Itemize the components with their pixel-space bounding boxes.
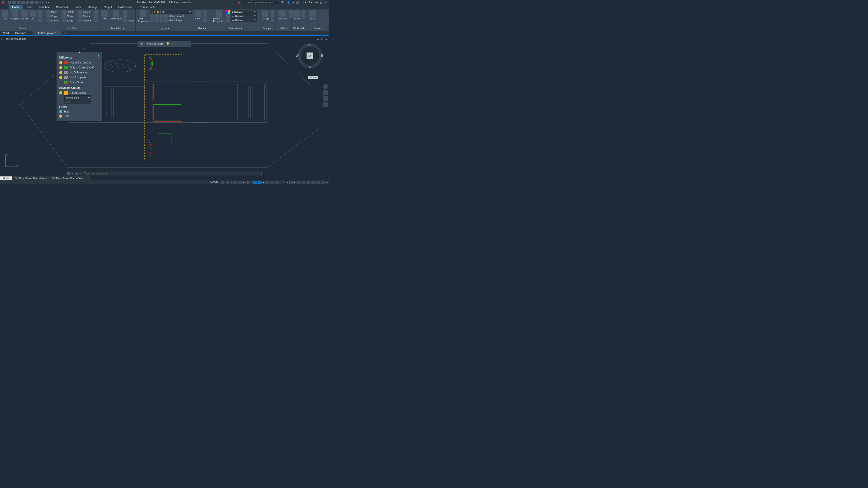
table-button[interactable]: Table — [123, 19, 134, 23]
status-cleanscreen-icon[interactable] — [321, 181, 325, 184]
panel-clipboard-label[interactable]: Clipboard ▾ — [292, 26, 306, 30]
qat-cloud-icon[interactable] — [26, 1, 29, 4]
autodesk-icon[interactable]: ▲ ▾ — [302, 1, 307, 4]
linetype-dropdown[interactable]: — ByLayer▾ — [231, 18, 257, 22]
cmd-wrench-icon[interactable]: 🔧 — [75, 172, 78, 175]
match-properties-button[interactable]: Match Properties — [212, 10, 225, 23]
status-dropdown-3[interactable]: ▾ — [250, 181, 252, 184]
tab-home[interactable]: Home — [9, 5, 23, 9]
tab-annotate[interactable]: Annotate — [36, 5, 53, 9]
minimize-button[interactable]: — — [315, 1, 319, 4]
not-in-current-xref-row[interactable]: Not in Current Xref — [59, 60, 99, 65]
panel-draw-label[interactable]: Draw ▾ — [1, 26, 44, 30]
group-button[interactable]: Group — [261, 10, 270, 20]
qat-save-icon[interactable] — [17, 1, 20, 4]
panel-modify-label[interactable]: Modify ▾ — [46, 26, 98, 30]
qat-saveas-icon[interactable] — [21, 1, 25, 4]
layer-properties-button[interactable]: Layer Properties — [136, 10, 150, 23]
polyline-button[interactable]: Polyline — [9, 10, 20, 20]
cmd-menu-icon[interactable] — [67, 172, 70, 175]
panel-settings-icon[interactable]: ◐ — [98, 54, 100, 57]
tab-output[interactable]: Output — [101, 5, 115, 9]
status-units-icon[interactable] — [297, 181, 300, 184]
bulb-icon[interactable] — [59, 76, 62, 79]
line-button[interactable]: Line — [1, 10, 9, 20]
bulb-icon[interactable] — [59, 91, 62, 94]
tab-collaborate[interactable]: Collaborate — [115, 5, 135, 9]
status-isodraft-icon[interactable] — [246, 181, 249, 184]
group-extra-3[interactable] — [270, 19, 275, 23]
tab-express-tools[interactable]: Express Tools — [135, 5, 158, 9]
mirror-button[interactable]: Mirror — [62, 14, 77, 18]
cloud-size-input[interactable] — [64, 100, 91, 104]
status-dropdown-4[interactable]: ▾ — [263, 181, 264, 184]
status-snap-icon[interactable] — [225, 181, 229, 184]
draw-order-row[interactable]: Draw Order — [59, 80, 99, 85]
viewcube-south[interactable]: S — [309, 65, 311, 69]
qat-print-icon[interactable] — [35, 1, 38, 4]
gray-swatch[interactable] — [64, 71, 68, 74]
search-input[interactable]: Type a keyword or phrase — [243, 1, 279, 4]
color-dropdown[interactable]: ■ ByLayer▾ — [231, 10, 257, 14]
file-tab-drawing1[interactable]: Drawing1✕ — [12, 31, 33, 35]
layout-tab-model[interactable]: Model — [0, 176, 12, 180]
panel-properties-label[interactable]: Properties ▾ — [212, 26, 259, 30]
status-gear-icon[interactable] — [289, 181, 293, 184]
lightbulb-icon[interactable]: 💡 — [166, 42, 170, 46]
draw-extra-2[interactable] — [38, 14, 42, 18]
help-icon[interactable]: ? ▾ — [309, 1, 312, 4]
close-icon[interactable]: ✕ — [29, 32, 30, 34]
red-swatch[interactable] — [64, 61, 68, 64]
move-button[interactable]: Move — [46, 10, 61, 14]
panel-layers-label[interactable]: Layers ▾ — [136, 26, 192, 30]
gear-icon[interactable]: ⚙ — [141, 42, 145, 46]
block-extra-3[interactable] — [203, 19, 207, 23]
measure-button[interactable]: Measure — [277, 10, 288, 20]
status-ortho-icon[interactable] — [233, 181, 237, 184]
base-view-button[interactable]: Base — [308, 10, 316, 20]
bulb-icon[interactable] — [59, 115, 62, 118]
status-scale[interactable]: 1:1 — [280, 181, 285, 184]
cart-icon[interactable]: 🛒 — [296, 1, 300, 4]
make-current-button[interactable]: Make Current — [150, 14, 192, 18]
insert-button[interactable]: Insert — [194, 10, 202, 20]
arc-button[interactable]: Arc — [29, 10, 37, 20]
draw-order-swatch[interactable] — [64, 80, 68, 84]
tab-view[interactable]: View — [72, 5, 85, 9]
status-transparency-icon[interactable] — [270, 181, 274, 184]
cmd-close-icon[interactable]: ✕ — [71, 172, 73, 175]
cmd-expand-icon[interactable]: ▴ — [261, 172, 262, 175]
qat-undo-icon[interactable]: ↶ ▾ — [39, 1, 43, 4]
layout-tab-add[interactable]: + — [86, 177, 91, 180]
close-icon[interactable]: ✕ — [57, 32, 59, 34]
checker-swatch[interactable] — [64, 76, 68, 79]
status-dropdown-5[interactable]: ▾ — [287, 181, 288, 184]
navbar-orbit-icon[interactable] — [323, 102, 328, 107]
text-button[interactable]: Text — [100, 10, 108, 20]
block-extra-2[interactable] — [203, 14, 207, 18]
modify-extra-1[interactable] — [94, 10, 98, 14]
status-3dosnap-icon[interactable] — [258, 181, 261, 184]
command-input[interactable] — [84, 172, 260, 175]
block-extra-1[interactable] — [203, 10, 207, 14]
navbar-pan-icon[interactable] — [323, 90, 328, 95]
copy-button[interactable]: Copy — [46, 14, 61, 18]
not-compared-row[interactable]: Not Compared — [59, 75, 99, 80]
status-cycle-icon[interactable] — [275, 181, 279, 184]
previous-icon[interactable]: ← — [172, 42, 176, 46]
only-in-current-xref-row[interactable]: Only in Current Xref — [59, 65, 99, 70]
status-grid-icon[interactable] — [221, 181, 224, 184]
tab-insert[interactable]: Insert — [23, 5, 36, 9]
rotate-button[interactable]: Rotate — [62, 10, 77, 14]
group-extra-2[interactable] — [270, 14, 275, 18]
hatch-filter-row[interactable]: Hatch — [59, 109, 99, 114]
file-tab-start[interactable]: Start — [0, 31, 12, 35]
stretch-button[interactable]: Stretch — [46, 19, 61, 23]
navbar-zoom-icon[interactable] — [323, 96, 328, 101]
status-model[interactable]: MODEL — [210, 181, 219, 184]
bulb-icon[interactable] — [59, 61, 62, 64]
paste-button[interactable]: Paste — [292, 10, 301, 20]
modify-extra-3[interactable] — [94, 19, 98, 23]
panel-view-label[interactable]: View ▾ — [308, 26, 328, 30]
bulb-icon[interactable] — [59, 110, 62, 113]
